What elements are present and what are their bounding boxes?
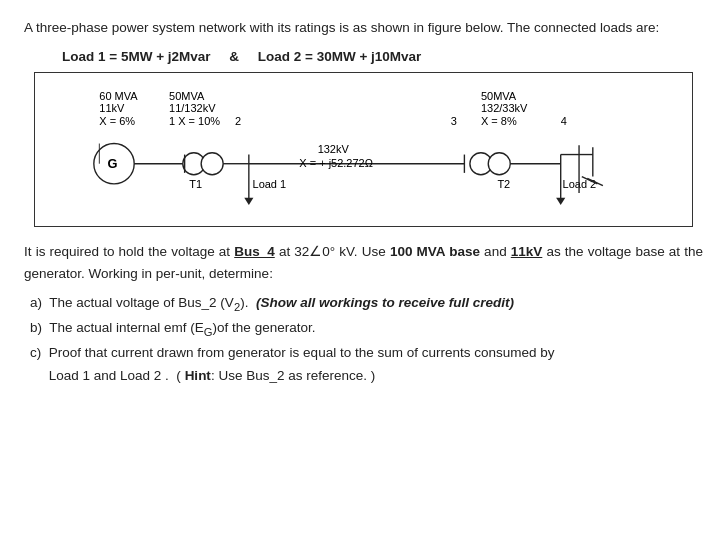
requirement-text: It is required to hold the voltage at Bu… <box>24 241 703 284</box>
svg-text:G: G <box>108 156 118 171</box>
svg-text:X = + j52.272Ω: X = + j52.272Ω <box>299 157 373 169</box>
question-b: b) The actual internal emf (EG)of the ge… <box>30 317 703 342</box>
question-a: a) The actual voltage of Bus_2 (V2). (Sh… <box>30 292 703 317</box>
svg-text:132/33kV: 132/33kV <box>481 102 528 114</box>
svg-text:50MVA: 50MVA <box>481 89 517 101</box>
svg-point-11 <box>201 153 223 175</box>
load-labels: Load 1 = 5MW + j2Mvar & Load 2 = 30MW + … <box>62 49 703 64</box>
hint-label: Hint <box>185 368 211 383</box>
show-workings-note: (Show all workings to receive full credi… <box>256 295 514 310</box>
bus4-ref: Bus_4 <box>234 244 275 259</box>
svg-text:1 X = 10%: 1 X = 10% <box>169 115 220 127</box>
svg-text:T1: T1 <box>189 178 202 190</box>
svg-text:11kV: 11kV <box>99 102 125 114</box>
svg-text:4: 4 <box>561 115 567 127</box>
question-c: c) Proof that current drawn from generat… <box>30 342 703 388</box>
svg-marker-17 <box>244 198 253 205</box>
circuit-diagram: 60 MVA 11kV X = 6% 50MVA 11/132kV 1 X = … <box>34 72 693 227</box>
mva-base: 100 MVA base <box>390 244 480 259</box>
svg-point-29 <box>488 153 510 175</box>
svg-text:2: 2 <box>235 115 241 127</box>
circuit-svg: 60 MVA 11kV X = 6% 50MVA 11/132kV 1 X = … <box>47 83 680 216</box>
svg-text:132kV: 132kV <box>318 143 350 155</box>
svg-text:X = 6%: X = 6% <box>99 115 135 127</box>
questions-list: a) The actual voltage of Bus_2 (V2). (Sh… <box>30 292 703 388</box>
angle-symbol: ∠0° <box>309 244 335 259</box>
svg-text:X = 8%: X = 8% <box>481 115 517 127</box>
svg-text:T2: T2 <box>497 178 510 190</box>
svg-text:50MVA: 50MVA <box>169 89 205 101</box>
svg-marker-34 <box>556 198 565 205</box>
svg-text:60 MVA: 60 MVA <box>99 89 138 101</box>
kv-base: 11kV <box>511 244 543 259</box>
intro-text: A three-phase power system network with … <box>24 18 703 39</box>
svg-text:Load 1: Load 1 <box>253 178 287 190</box>
svg-text:11/132kV: 11/132kV <box>169 102 216 114</box>
svg-text:3: 3 <box>451 115 457 127</box>
